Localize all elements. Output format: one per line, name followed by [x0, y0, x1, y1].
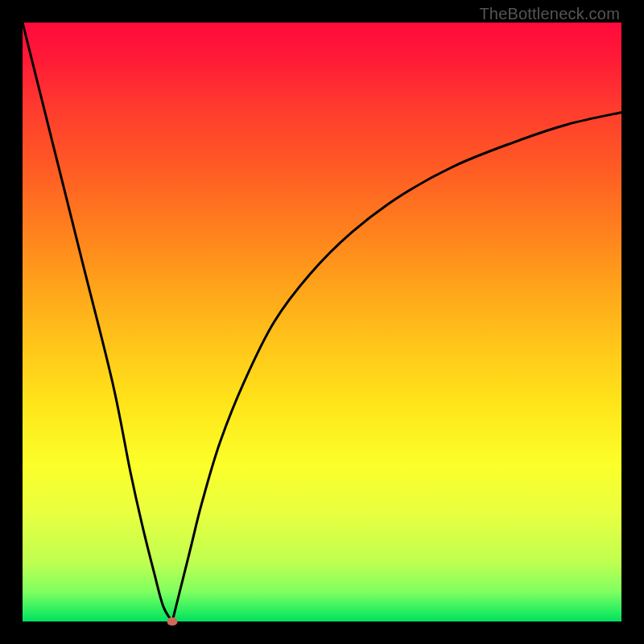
curve-path: [23, 23, 621, 621]
bottleneck-curve: [23, 23, 621, 621]
watermark-text: TheBottleneck.com: [479, 5, 620, 23]
minimum-marker: [167, 617, 178, 625]
outer-frame: TheBottleneck.com: [0, 0, 644, 644]
plot-area: [23, 23, 621, 621]
